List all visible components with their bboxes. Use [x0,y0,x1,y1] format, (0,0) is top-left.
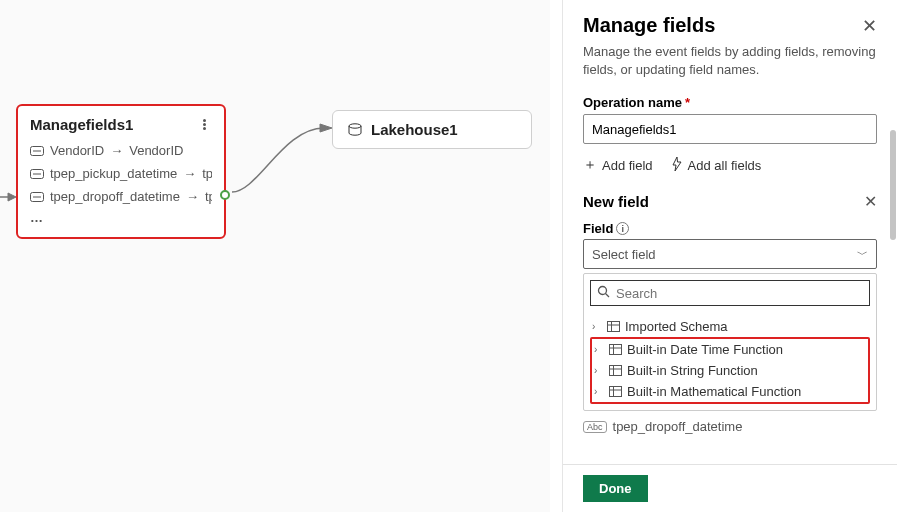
chevron-down-icon: ﹀ [857,247,868,262]
svg-line-11 [606,294,610,298]
svg-point-9 [349,123,361,127]
more-fields-indicator[interactable]: … [30,208,212,225]
schema-icon [607,321,620,332]
node-title: Managefields1 [30,116,133,133]
database-icon [347,122,363,138]
plus-icon: ＋ [583,156,597,174]
add-all-fields-button[interactable]: Add all fields [671,156,762,174]
node-title: Lakehouse1 [371,121,458,138]
existing-field-chip: Abc tpep_dropoff_datetime [583,419,877,434]
tree-item-datetime-fn[interactable]: › Built-in Date Time Function [592,339,868,360]
svg-rect-15 [610,345,622,355]
arrow-right-icon: → [186,189,199,204]
field-select[interactable]: Select field ﹀ [583,239,877,269]
search-icon [597,285,610,301]
panel-subtitle: Manage the event fields by adding fields… [583,43,877,79]
field-mapping-row: tpep_dropoff_datetime → tp [30,185,212,208]
field-select-placeholder: Select field [592,247,656,262]
add-field-button[interactable]: ＋ Add field [583,156,653,174]
operation-name-label: Operation name [583,95,682,110]
node-menu-button[interactable] [196,119,212,130]
schema-icon [609,386,622,397]
field-dropdown: › Imported Schema › Built-in Date Time F… [583,273,877,411]
svg-point-10 [599,287,607,295]
chevron-right-icon: › [594,344,604,355]
abc-type-icon: Abc [583,421,607,433]
svg-marker-8 [320,124,332,132]
schema-icon [609,344,622,355]
dropdown-search-input[interactable] [616,286,863,301]
chevron-right-icon: › [594,386,604,397]
tree-item-math-fn[interactable]: › Built-in Mathematical Function [592,381,868,402]
arrow-right-icon: → [110,143,123,158]
svg-marker-1 [8,193,16,201]
field-mapping-row: VendorID → VendorID [30,139,212,162]
arrow-right-icon: → [183,166,196,181]
field-mapping-row: tpep_pickup_datetime → tpe [30,162,212,185]
dropdown-search[interactable] [590,280,870,306]
svg-rect-12 [608,322,620,332]
schema-icon [609,365,622,376]
tree-item-imported-schema[interactable]: › Imported Schema [590,316,870,337]
operation-name-input[interactable] [583,114,877,144]
field-icon [30,192,44,202]
tree-item-string-fn[interactable]: › Built-in String Function [592,360,868,381]
panel-footer: Done [563,464,897,512]
manage-fields-panel: Manage fields ✕ Manage the event fields … [562,0,897,512]
pipeline-canvas[interactable]: Managefields1 VendorID → VendorID tpep_p… [0,0,550,512]
close-icon[interactable]: ✕ [862,15,877,37]
info-icon[interactable]: i [616,222,629,235]
panel-title: Manage fields [583,14,715,37]
managefields-node[interactable]: Managefields1 VendorID → VendorID tpep_p… [16,104,226,239]
lakehouse-node[interactable]: Lakehouse1 [332,110,532,149]
chevron-right-icon: › [592,321,602,332]
field-label: Field [583,221,613,236]
required-indicator: * [685,95,690,110]
new-field-heading: New field [583,193,649,210]
scrollbar-thumb[interactable] [890,130,896,240]
svg-rect-21 [610,387,622,397]
builtin-functions-highlight: › Built-in Date Time Function › Built-in… [590,337,870,404]
field-icon [30,146,44,156]
chevron-right-icon: › [594,365,604,376]
remove-new-field-icon[interactable]: ✕ [864,192,877,211]
svg-rect-18 [610,366,622,376]
bolt-icon [671,157,683,174]
field-icon [30,169,44,179]
done-button[interactable]: Done [583,475,648,502]
